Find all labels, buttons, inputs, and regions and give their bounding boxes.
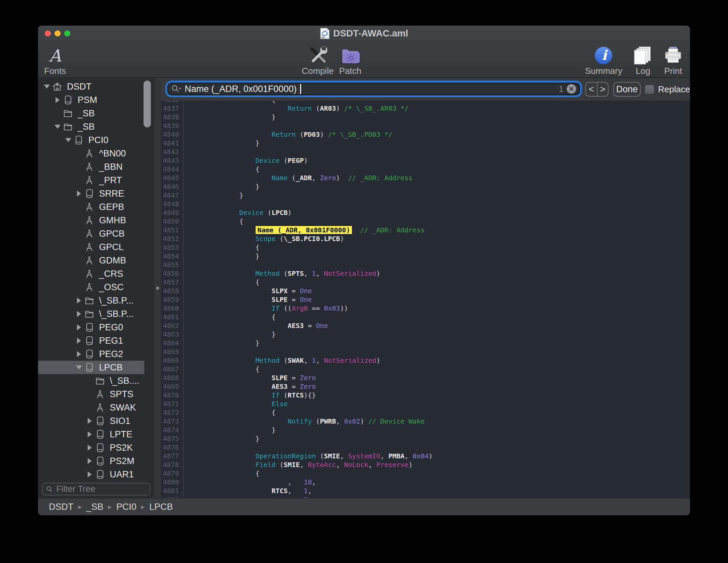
traffic-lights — [45, 26, 70, 41]
tree-item-peg0[interactable]: PEG0 — [38, 321, 144, 334]
tree-item-osc[interactable]: _OSC — [38, 280, 144, 294]
filter-tree-field[interactable] — [42, 483, 150, 495]
tree-item-spts[interactable]: SPTS — [38, 387, 144, 401]
breadcrumb-item-sb[interactable]: _SB — [86, 502, 103, 512]
disclosure-right-icon[interactable] — [75, 298, 83, 304]
tree-item-bbn[interactable]: _BBN — [38, 160, 144, 174]
tree-item-srre[interactable]: SRRE — [38, 187, 144, 200]
line-number: 4844 — [161, 165, 184, 174]
line-number: 4848 — [161, 200, 184, 208]
replace-checkbox[interactable] — [645, 85, 654, 94]
close-window-button[interactable] — [45, 30, 51, 36]
tree-item-peg2[interactable]: PEG2 — [38, 347, 144, 361]
disclosure-right-icon[interactable] — [75, 191, 83, 197]
tree-item-label: PS2M — [110, 456, 134, 466]
tree-item-psm[interactable]: PSM — [38, 93, 144, 107]
tree-item-swak[interactable]: SWAK — [38, 401, 144, 414]
fonts-icon: A — [49, 47, 61, 65]
code-line-4848: 4848 — [161, 200, 690, 208]
breadcrumb-item-dsdt[interactable]: DSDT — [49, 502, 74, 512]
tree-item-prt[interactable]: _PRT — [38, 174, 144, 187]
tree-item-label: PEG2 — [99, 349, 123, 359]
code-line-4873: 4873 Notify (PWRB, 0x02) // Device Wake — [161, 417, 690, 426]
line-number: 4862 — [161, 321, 184, 330]
acpi-tree[interactable]: DSDTPSM_SB_SBPCI0^BN00_BBN_PRTSRREGEPBGM… — [38, 78, 154, 482]
disclosure-right-icon[interactable] — [86, 471, 94, 477]
tree-item-peg1[interactable]: PEG1 — [38, 334, 144, 347]
breadcrumb-item-pci0[interactable]: PCI0 — [116, 502, 136, 512]
sidebar-scrollbar[interactable] — [144, 81, 151, 127]
tree-item-label: GPCL — [99, 242, 124, 252]
code-line-4866: 4866 Method (SWAK, 1, NotSerialized) — [161, 356, 690, 365]
clear-search-icon[interactable]: ✕ — [567, 84, 576, 94]
tree-item-gmhb[interactable]: GMHB — [38, 214, 144, 227]
disclosure-down-icon[interactable] — [75, 365, 83, 369]
tree-item-sio1[interactable]: SIO1 — [38, 414, 144, 428]
fonts-button[interactable]: A Fonts — [44, 47, 66, 77]
code-line-4867: 4867 { — [161, 365, 690, 373]
tree-item-pci0[interactable]: PCI0 — [38, 133, 144, 147]
tree-item-sb[interactable]: \_SB.... — [38, 374, 144, 387]
disclosure-right-icon[interactable] — [75, 324, 83, 330]
tree-item-gdmb[interactable]: GDMB — [38, 254, 144, 267]
tree-item-ps2k[interactable]: PS2K — [38, 441, 144, 454]
disclosure-right-icon[interactable] — [75, 311, 83, 317]
tree-item-sb[interactable]: _SB — [38, 120, 144, 133]
disclosure-right-icon[interactable] — [86, 431, 94, 437]
next-match-button[interactable]: > — [597, 83, 608, 96]
disclosure-right-icon[interactable] — [86, 418, 94, 424]
tree-item-label: LPTE — [110, 429, 132, 440]
disclosure-down-icon[interactable] — [54, 125, 62, 129]
log-button[interactable]: Log — [634, 46, 652, 77]
disclosure-down-icon[interactable] — [43, 85, 51, 89]
tree-item-label: _CRS — [99, 269, 123, 279]
disclosure-down-icon[interactable] — [64, 138, 72, 142]
tree-item-bn00[interactable]: ^BN00 — [38, 147, 144, 160]
tree-item-sbp[interactable]: \_SB.P... — [38, 307, 144, 321]
tree-item-gepb[interactable]: GEPB — [38, 200, 144, 214]
disclosure-right-icon[interactable] — [54, 97, 62, 103]
tree-item-dsdt[interactable]: DSDT — [38, 80, 144, 93]
tree-item-uar1[interactable]: UAR1 — [38, 468, 144, 481]
tree-item-sb[interactable]: _SB — [38, 107, 144, 120]
line-number: 4866 — [161, 356, 184, 365]
tree-item-crs[interactable]: _CRS — [38, 267, 144, 280]
folder-icon — [63, 108, 73, 118]
patch-button[interactable]: Patch — [339, 46, 361, 77]
code-line-4847: 4847 } — [161, 191, 690, 200]
tree-item-sbp[interactable]: \_SB.P... — [38, 294, 144, 307]
code-editor[interactable]: 4836 {4837 Return (AR03) /* \_SB_.AR03 *… — [161, 101, 690, 498]
device-icon — [95, 443, 105, 453]
zoom-window-button[interactable] — [64, 30, 70, 36]
tree-item-ps2m[interactable]: PS2M — [38, 454, 144, 468]
code-line-4838: 4838 } — [161, 113, 690, 121]
tree-item-label: PEG1 — [99, 336, 123, 346]
tree-item-lpcb[interactable]: LPCB — [38, 361, 144, 374]
disclosure-right-icon[interactable] — [75, 351, 83, 357]
summary-button[interactable]: i Summary — [585, 46, 622, 77]
breadcrumb-item-lpcb[interactable]: LPCB — [149, 502, 173, 512]
code-line-4837: 4837 Return (AR03) /* \_SB_.AR03 */ — [161, 104, 690, 113]
line-number: 4882 — [161, 495, 184, 498]
done-button[interactable]: Done — [613, 82, 641, 97]
search-field[interactable]: Name (_ADR, 0x001F0000) 1 ✕ — [166, 81, 582, 97]
line-number: 4839 — [161, 121, 184, 130]
filter-tree-input[interactable] — [56, 483, 146, 494]
disclosure-right-icon[interactable] — [86, 445, 94, 451]
compile-button[interactable]: Compile — [302, 46, 334, 77]
disclosure-right-icon[interactable] — [86, 458, 94, 464]
pane-splitter[interactable] — [154, 78, 161, 498]
tree-item-label: DSDT — [67, 82, 92, 92]
print-button[interactable]: Print — [664, 46, 682, 77]
replace-label: Replace — [658, 84, 690, 95]
tree-item-gpcl[interactable]: GPCL — [38, 240, 144, 254]
device-icon — [84, 362, 94, 372]
compile-tools-icon — [308, 46, 327, 65]
tree-item-lpte[interactable]: LPTE — [38, 428, 144, 441]
disclosure-right-icon[interactable] — [75, 338, 83, 344]
line-number: 4838 — [161, 113, 184, 121]
previous-match-button[interactable]: < — [586, 83, 597, 96]
tree-item-humd[interactable]: HUMD — [38, 481, 144, 482]
minimize-window-button[interactable] — [55, 30, 61, 36]
tree-item-gpcb[interactable]: GPCB — [38, 227, 144, 240]
